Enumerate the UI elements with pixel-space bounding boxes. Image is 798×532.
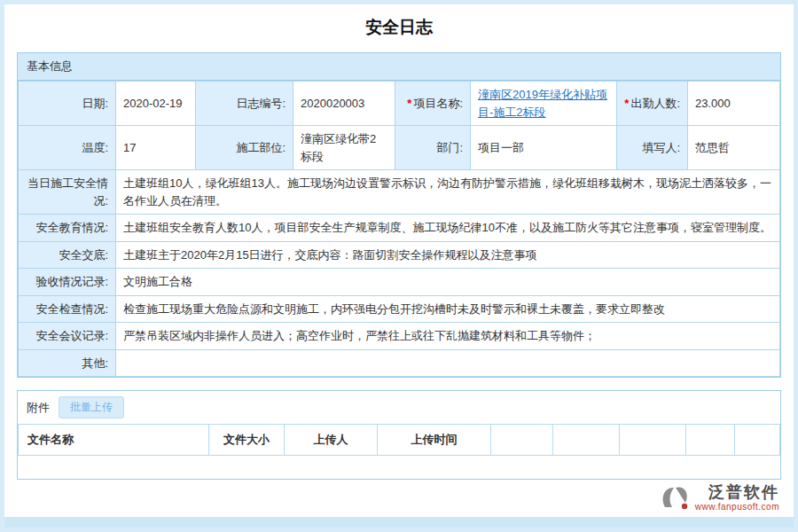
date-label-text: 日期: [82, 97, 108, 110]
attendance-value: 23.000 [688, 82, 780, 126]
writer-label: 填写人: [617, 126, 688, 170]
date-label: 日期: [19, 82, 116, 126]
safety-education-label: 安全教育情况: [19, 215, 116, 242]
column-file-size: 文件大小 [209, 425, 285, 456]
location-label-text: 施工部位: [236, 141, 286, 154]
other-label: 其他: [19, 349, 116, 377]
location-label: 施工部位: [196, 126, 293, 170]
safety-inspection-value: 检查施工现场重大危险点源和文明施工，内环强电分包开挖沟槽时未及时警示和裸土未覆盖… [116, 295, 780, 323]
project-link[interactable]: 潼南区2019年绿化补贴项目-施工2标段 [478, 88, 607, 119]
log-number-value: 2020020003 [293, 82, 395, 126]
required-marker: * [624, 97, 629, 110]
location-value: 潼南区绿化带2标段 [293, 126, 395, 170]
temperature-label-text: 温度: [82, 141, 108, 154]
department-label-text: 部门: [436, 141, 463, 154]
batch-upload-button[interactable]: 批量上传 [59, 396, 124, 419]
basic-info-table: 日期: 2020-02-19 日志编号: 2020020003 *项目名称: 潼… [18, 81, 780, 377]
temperature-value: 17 [116, 126, 196, 170]
acceptance-record-value: 文明施工合格 [116, 269, 780, 296]
acceptance-record-label: 验收情况记录: [19, 269, 116, 296]
attachments-table: 文件名称 文件大小 上传人 上传时间 [18, 424, 780, 456]
safety-meeting-label: 安全会议记录: [19, 323, 116, 350]
required-marker: * [407, 97, 411, 110]
safety-disclosure-value: 土建班主于2020年2月15日进行，交底内容：路面切割安全操作规程以及注意事项 [116, 241, 780, 269]
department-label: 部门: [395, 126, 471, 170]
brand-url: www.fanpusoft.com [695, 502, 779, 512]
fanpu-logo: 泛普软件 www.fanpusoft.com [654, 481, 783, 513]
safety-log-page: 安全日志 基本信息 日期: 2020-02-19 日志编号: 202002000… [0, 0, 798, 532]
basic-info-section-header: 基本信息 [18, 53, 780, 81]
column-file-name: 文件名称 [19, 425, 209, 456]
column-empty [491, 425, 553, 456]
writer-value: 范思哲 [688, 126, 780, 170]
log-number-label: 日志编号: [196, 82, 293, 126]
safety-disclosure-label: 安全交底: [19, 241, 116, 269]
department-value: 项目一部 [471, 126, 617, 170]
brand-name: 泛普软件 [708, 483, 779, 502]
safety-meeting-value: 严禁吊装区域内非操作人员进入；高空作业时，严禁往上或往下乱抛建筑材料和工具等物件… [116, 323, 780, 350]
column-empty [686, 425, 735, 456]
fanpu-brand-text: 泛普软件 www.fanpusoft.com [695, 483, 779, 512]
attachments-panel: 附件 批量上传 文件名称 文件大小 上传人 上传时间 [17, 390, 781, 480]
table-row-acceptance-record: 验收情况记录: 文明施工合格 [19, 269, 780, 296]
table-row-safety-disclosure: 安全交底: 土建班主于2020年2月15日进行，交底内容：路面切割安全操作规程以… [19, 241, 780, 269]
table-row-other: 其他: [19, 349, 780, 377]
project-name-value: 潼南区2019年绿化补贴项目-施工2标段 [471, 82, 617, 126]
project-name-label-text: 项目名称: [413, 97, 463, 110]
log-number-label-text: 日志编号: [236, 97, 286, 110]
table-row-safety-inspection: 安全检查情况: 检查施工现场重大危险点源和文明施工，内环强电分包开挖沟槽时未及时… [19, 295, 780, 323]
basic-info-panel: 基本信息 日期: 2020-02-19 日志编号: 2020020003 *项目… [17, 52, 781, 378]
other-value [116, 349, 780, 377]
column-empty [735, 425, 780, 456]
safety-education-value: 土建班组安全教育人数10人，项目部安全生产规章制度、施工现场纪律10不准，以及施… [116, 215, 780, 242]
attachments-label: 附件 [27, 400, 50, 416]
attendance-label-text: 出勤人数: [630, 97, 680, 110]
safety-inspection-label: 安全检查情况: [19, 295, 116, 323]
temperature-label: 温度: [19, 126, 116, 170]
column-uploader: 上传人 [285, 425, 378, 456]
table-row-safety-meeting: 安全会议记录: 严禁吊装区域内非操作人员进入；高空作业时，严禁往上或往下乱抛建筑… [19, 323, 780, 350]
attachments-empty-area [18, 456, 780, 479]
column-empty [553, 425, 620, 456]
table-row-daily-safety: 当日施工安全情况: 土建班组10人，绿化班组13人。施工现场沟边设置警示标识，沟… [19, 170, 780, 215]
column-upload-time: 上传时间 [378, 425, 491, 456]
daily-safety-label: 当日施工安全情况: [19, 170, 116, 215]
fanpu-logo-icon [658, 483, 690, 512]
column-empty [620, 425, 686, 456]
attachments-header: 附件 批量上传 [18, 391, 780, 424]
table-row-safety-education: 安全教育情况: 土建班组安全教育人数10人，项目部安全生产规章制度、施工现场纪律… [19, 215, 780, 242]
page-title: 安全日志 [4, 4, 794, 52]
writer-label-text: 填写人: [642, 141, 680, 154]
table-row: 温度: 17 施工部位: 潼南区绿化带2标段 部门: 项目一部 填写人: 范思哲 [19, 126, 780, 170]
project-name-label: *项目名称: [395, 82, 471, 126]
attendance-label: *出勤人数: [617, 82, 688, 126]
bottom-bar [4, 517, 794, 528]
attachments-header-row: 文件名称 文件大小 上传人 上传时间 [19, 425, 780, 456]
table-row: 日期: 2020-02-19 日志编号: 2020020003 *项目名称: 潼… [19, 82, 780, 126]
date-value: 2020-02-19 [116, 82, 196, 126]
daily-safety-value: 土建班组10人，绿化班组13人。施工现场沟边设置警示标识，沟边有防护警示措施，绿… [116, 170, 780, 215]
